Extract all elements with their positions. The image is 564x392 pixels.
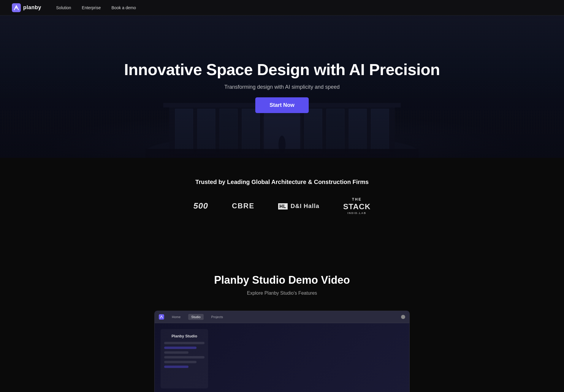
trusted-logos-row: 500 CBRE HL D&I Halla THE stack indid.la… [12, 197, 552, 215]
hero-content: Innovative Space Design with AI Precisio… [112, 60, 452, 113]
demo-video-section: Planby Studio Demo Video Explore Planby … [0, 250, 564, 392]
svg-point-1 [15, 7, 17, 9]
planby-logo-icon [12, 3, 21, 12]
start-now-button[interactable]: Start Now [255, 97, 309, 113]
nav-links: Solution Enterprise Book a demo [56, 5, 136, 10]
demo-title: Planby Studio Demo Video [12, 274, 552, 286]
ui-placeholder-line-3 [164, 351, 188, 354]
ui-placeholder-line-4 [164, 356, 205, 358]
ui-placeholder-line-6 [164, 366, 188, 368]
ui-placeholder-line-5 [164, 361, 197, 363]
navbar: planby Solution Enterprise Book a demo [0, 0, 564, 15]
browser-tab-projects[interactable]: Projects [208, 314, 226, 320]
browser-content-area: Planby Studio [155, 323, 409, 392]
app-sidebar-label: Planby Studio [164, 333, 205, 339]
logo-cbre: CBRE [232, 202, 254, 210]
browser-toolbar: Home Studio Projects [155, 311, 409, 323]
hero-title: Innovative Space Design with AI Precisio… [124, 60, 440, 79]
browser-app-logo [159, 314, 164, 320]
trusted-heading: Trusted by Leading Global Architecture &… [12, 179, 552, 185]
ui-placeholder-line-2 [164, 347, 197, 349]
nav-book-demo[interactable]: Book a demo [111, 5, 136, 10]
hero-section: Innovative Space Design with AI Precisio… [0, 15, 564, 158]
logo-stack: THE stack indid.lab [343, 197, 371, 215]
demo-subtitle: Explore Planby Studio's Features [12, 291, 552, 296]
nav-solution[interactable]: Solution [56, 5, 71, 10]
logo-link[interactable]: planby [12, 3, 41, 12]
browser-tab-home[interactable]: Home [169, 314, 183, 320]
browser-nav: Home Studio Projects [159, 314, 398, 320]
hero-subtitle: Transforming design with AI simplicity a… [224, 84, 340, 90]
nav-enterprise[interactable]: Enterprise [82, 5, 101, 10]
browser-status-dot [401, 315, 405, 319]
browser-tab-studio[interactable]: Studio [188, 314, 203, 320]
logo-text: planby [23, 4, 41, 11]
logo-500: 500 [193, 201, 208, 211]
logo-hl: HL D&I Halla [278, 203, 319, 210]
demo-video-frame: Home Studio Projects Planby Studio [154, 311, 410, 392]
app-sidebar: Planby Studio [161, 329, 208, 388]
spacer-1 [0, 232, 564, 250]
ui-placeholder-line-1 [164, 342, 205, 344]
trusted-section: Trusted by Leading Global Architecture &… [0, 158, 564, 232]
